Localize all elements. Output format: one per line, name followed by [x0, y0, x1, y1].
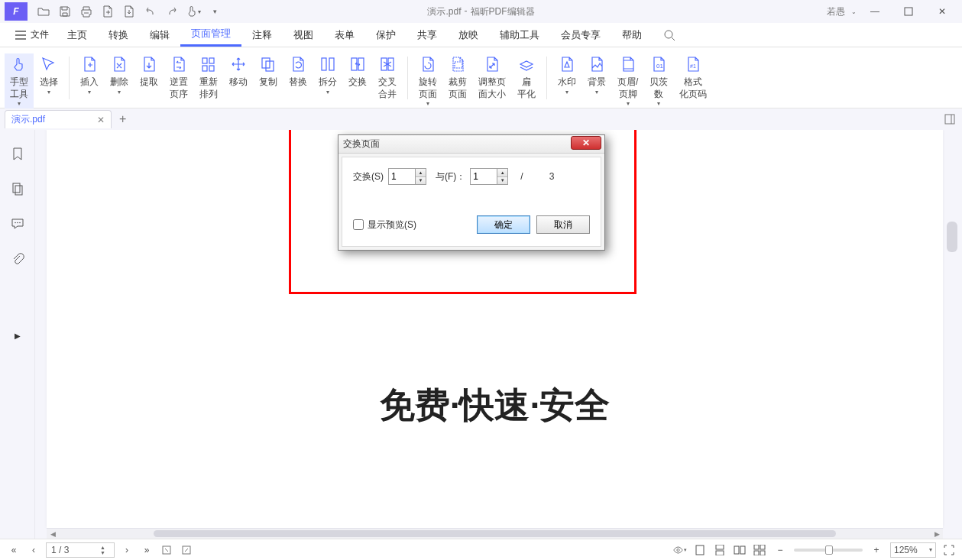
- horizontal-scrollbar[interactable]: ◀ ▶: [47, 528, 943, 539]
- scroll-thumb[interactable]: [154, 530, 836, 537]
- next-page-icon[interactable]: ›: [119, 542, 134, 558]
- ok-button[interactable]: 确定: [477, 215, 530, 234]
- new-tab-button[interactable]: +: [119, 112, 126, 126]
- undo-icon[interactable]: [141, 2, 160, 21]
- resize-button[interactable]: 调整页 面大小: [473, 53, 511, 102]
- select-button[interactable]: 选择▾: [34, 53, 63, 98]
- tab-home[interactable]: 主页: [57, 23, 98, 47]
- duplicate-button[interactable]: 复制: [254, 53, 283, 90]
- zoom-value-box[interactable]: 125% ▾: [890, 542, 936, 558]
- redo-icon[interactable]: [162, 2, 182, 21]
- facing-icon[interactable]: [733, 543, 747, 557]
- format-pagenum-button[interactable]: #1格式 化页码: [674, 53, 712, 102]
- spin-down-icon[interactable]: ▼: [416, 177, 426, 185]
- close-tab-icon[interactable]: ✕: [97, 115, 105, 125]
- last-page-icon[interactable]: »: [139, 542, 154, 558]
- header-footer-button[interactable]: 页眉/ 页脚▾: [612, 53, 643, 110]
- preview-checkbox-input[interactable]: [353, 219, 364, 230]
- save-icon[interactable]: [55, 2, 75, 21]
- tab-vip[interactable]: 会员专享: [550, 23, 611, 47]
- minimize-button[interactable]: —: [860, 1, 890, 22]
- attachments-icon[interactable]: [9, 251, 26, 267]
- dialog-close-button[interactable]: ✕: [571, 136, 601, 150]
- vertical-scrollbar[interactable]: [947, 222, 957, 386]
- spin-up-icon[interactable]: ▲: [497, 169, 507, 177]
- comments-icon[interactable]: [9, 215, 26, 232]
- swap-page-input[interactable]: [389, 169, 415, 184]
- bates-button[interactable]: 01贝茨 数▾: [644, 53, 673, 110]
- close-button[interactable]: ✕: [927, 1, 957, 22]
- scroll-right-icon[interactable]: ▶: [931, 530, 943, 538]
- file-menu[interactable]: 文件: [8, 23, 57, 47]
- tab-help[interactable]: 帮助: [611, 23, 653, 47]
- user-menu-icon[interactable]: ⌄: [851, 8, 857, 15]
- export-icon[interactable]: [119, 2, 139, 21]
- zoom-in-button[interactable]: +: [869, 542, 884, 558]
- tab-convert[interactable]: 转换: [98, 23, 139, 47]
- tab-form[interactable]: 表单: [324, 23, 365, 47]
- prev-page-icon[interactable]: ‹: [26, 542, 41, 558]
- crop-button[interactable]: 裁剪 页面: [443, 53, 472, 102]
- with-page-spinner[interactable]: ▲▼: [470, 168, 508, 185]
- dialog-titlebar[interactable]: 交换页面 ✕: [338, 135, 604, 154]
- tab-share[interactable]: 共享: [407, 23, 448, 47]
- new-doc-icon[interactable]: [98, 2, 118, 21]
- nav-icon-1[interactable]: [159, 542, 174, 558]
- swap-page-spinner[interactable]: ▲▼: [388, 168, 426, 185]
- split-button[interactable]: 拆分▾: [313, 53, 342, 98]
- swap-button[interactable]: 交换: [343, 53, 372, 90]
- single-page-icon[interactable]: [693, 543, 707, 557]
- cross-merge-button[interactable]: 交叉 合并: [373, 53, 402, 102]
- reading-mode-icon[interactable]: ▾: [673, 543, 687, 557]
- zoom-dropdown-icon[interactable]: ▾: [929, 546, 932, 553]
- delete-button[interactable]: 删除▾: [105, 53, 134, 98]
- nav-icon-2[interactable]: [179, 542, 194, 558]
- preview-checkbox[interactable]: 显示预览(S): [353, 218, 416, 231]
- cancel-button[interactable]: 取消: [536, 215, 590, 234]
- bookmark-icon[interactable]: [9, 145, 26, 162]
- page-spin-up-icon[interactable]: ▲: [100, 545, 111, 550]
- scroll-left-icon[interactable]: ◀: [47, 530, 59, 538]
- insert-button[interactable]: 插入▾: [75, 53, 104, 98]
- background-button[interactable]: 背景▾: [582, 53, 611, 98]
- reverse-button[interactable]: 逆置 页序: [164, 53, 193, 102]
- fullscreen-icon[interactable]: [942, 543, 956, 557]
- print-icon[interactable]: [76, 2, 96, 21]
- with-page-input[interactable]: [471, 169, 497, 184]
- spin-up-icon[interactable]: ▲: [416, 169, 426, 177]
- page-spin-down-icon[interactable]: ▼: [100, 550, 111, 555]
- extract-button[interactable]: 提取: [134, 53, 164, 90]
- search-menu[interactable]: [653, 23, 686, 47]
- zoom-out-button[interactable]: −: [773, 542, 788, 558]
- tab-edit[interactable]: 编辑: [139, 23, 180, 47]
- document-tab[interactable]: 演示.pdf ✕: [5, 110, 112, 128]
- user-label[interactable]: 若愚: [827, 5, 845, 18]
- open-icon[interactable]: [34, 2, 53, 21]
- qat-more-icon[interactable]: ▾: [205, 2, 225, 21]
- tab-page-manage[interactable]: 页面管理: [180, 23, 241, 47]
- expand-rail-icon[interactable]: ▶: [15, 332, 21, 340]
- tab-accessibility[interactable]: 辅助工具: [489, 23, 550, 47]
- vscroll-thumb[interactable]: [947, 222, 957, 252]
- panel-toggle-icon[interactable]: [942, 112, 957, 127]
- pages-icon[interactable]: [9, 180, 26, 197]
- rotate-button[interactable]: 旋转 页面▾: [413, 53, 442, 110]
- first-page-icon[interactable]: «: [6, 542, 21, 558]
- touch-mode-icon[interactable]: ▾: [183, 2, 203, 21]
- tab-protect[interactable]: 保护: [365, 23, 407, 47]
- zoom-slider[interactable]: [794, 549, 863, 552]
- replace-button[interactable]: 替换: [283, 53, 313, 90]
- watermark-button[interactable]: 水印▾: [552, 53, 581, 98]
- tab-annotate[interactable]: 注释: [241, 23, 283, 47]
- tab-present[interactable]: 放映: [448, 23, 489, 47]
- maximize-button[interactable]: [893, 1, 924, 22]
- flatten-button[interactable]: 扁 平化: [512, 53, 541, 102]
- spin-down-icon[interactable]: ▼: [497, 177, 507, 185]
- rearrange-button[interactable]: 重新 排列: [194, 53, 223, 102]
- continuous-icon[interactable]: [713, 543, 727, 557]
- move-button[interactable]: 移动: [224, 53, 253, 90]
- slider-handle[interactable]: [825, 545, 833, 555]
- hand-tool-button[interactable]: 手型 工具▾: [5, 53, 34, 110]
- tab-view[interactable]: 视图: [283, 23, 324, 47]
- continuous-facing-icon[interactable]: [753, 543, 766, 557]
